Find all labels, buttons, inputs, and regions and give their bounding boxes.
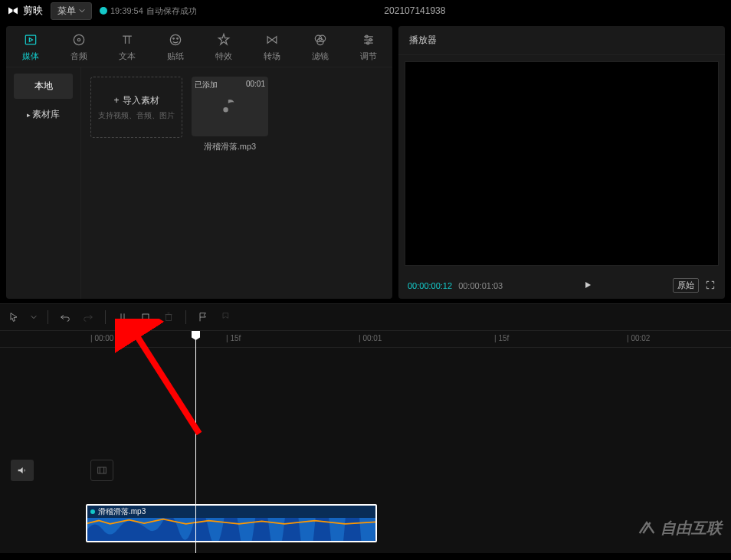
marker-button[interactable] bbox=[220, 311, 232, 323]
watermark-text: 自由互联 bbox=[661, 518, 722, 539]
svg-point-2 bbox=[77, 38, 80, 41]
media-tabs: 媒体 音频 文本 贴纸 特效 转场 bbox=[6, 26, 392, 67]
project-name[interactable]: 202107141938 bbox=[205, 5, 625, 16]
delete-button[interactable] bbox=[162, 311, 175, 323]
autosave-status: 19:39:54 自动保存成功 bbox=[100, 5, 197, 17]
tab-sticker[interactable]: 贴纸 bbox=[151, 26, 199, 67]
track-controls bbox=[11, 460, 34, 481]
status-dot-icon bbox=[100, 7, 107, 15]
ruler-tick: | 15f bbox=[494, 334, 509, 342]
svg-point-1 bbox=[74, 34, 84, 44]
media-area: +导入素材 支持视频、音频、图片 已添加 00:01 滑稽滑落.mp3 bbox=[81, 67, 392, 299]
ruler-tick: | 00:01 bbox=[359, 334, 382, 342]
mute-button[interactable] bbox=[11, 460, 34, 481]
tab-label: 滤镜 bbox=[312, 51, 329, 62]
menu-label: 菜单 bbox=[57, 5, 76, 18]
tab-filter[interactable]: 滤镜 bbox=[296, 26, 344, 67]
playhead[interactable] bbox=[195, 331, 196, 553]
tab-label: 转场 bbox=[264, 51, 280, 62]
import-hint: 支持视频、音频、图片 bbox=[98, 110, 175, 121]
clip-dot-icon bbox=[90, 509, 95, 514]
split-button[interactable] bbox=[116, 311, 129, 323]
added-badge: 已添加 bbox=[195, 80, 218, 90]
media-sidebar: 本地 ▸素材库 bbox=[6, 67, 81, 299]
fullscreen-icon bbox=[705, 280, 716, 290]
redo-button[interactable] bbox=[82, 311, 94, 323]
import-button[interactable]: +导入素材 支持视频、音频、图片 bbox=[90, 77, 182, 138]
top-bar: 剪映 菜单 19:39:54 自动保存成功 202107141938 bbox=[0, 0, 731, 21]
tab-label: 媒体 bbox=[22, 51, 39, 62]
tab-audio[interactable]: 音频 bbox=[54, 26, 103, 67]
import-label: +导入素材 bbox=[113, 94, 159, 107]
tab-adjust[interactable]: 调节 bbox=[344, 26, 392, 67]
main-panels: 媒体 音频 文本 贴纸 特效 转场 bbox=[0, 21, 731, 303]
clip-name: 滑稽滑落.mp3 bbox=[98, 506, 146, 517]
watermark-icon bbox=[636, 517, 657, 539]
ruler-tick: | 15f bbox=[226, 334, 241, 342]
music-note-icon bbox=[220, 97, 240, 116]
logo-icon bbox=[6, 4, 20, 18]
aspect-ratio-button[interactable]: 原始 bbox=[673, 278, 699, 293]
play-icon bbox=[582, 280, 593, 290]
media-duration: 00:01 bbox=[246, 80, 265, 88]
pointer-tool[interactable] bbox=[8, 311, 20, 323]
film-icon bbox=[96, 464, 108, 476]
menu-button[interactable]: 菜单 bbox=[51, 2, 92, 20]
svg-point-3 bbox=[170, 34, 180, 44]
sidebar-item-label: 素材库 bbox=[32, 109, 60, 120]
sidebar-item-library[interactable]: ▸素材库 bbox=[14, 102, 73, 127]
speaker-icon bbox=[16, 464, 28, 476]
media-thumbnail: 已添加 00:01 bbox=[192, 77, 268, 136]
waveform bbox=[87, 518, 375, 541]
clip-header: 滑稽滑落.mp3 bbox=[87, 506, 375, 518]
tab-transition[interactable]: 转场 bbox=[247, 26, 296, 67]
crop-button[interactable] bbox=[139, 311, 152, 323]
fullscreen-button[interactable] bbox=[705, 280, 716, 292]
time-current: 00:00:00:12 bbox=[408, 281, 452, 290]
sidebar-item-local[interactable]: 本地 bbox=[14, 74, 73, 99]
tab-label: 音频 bbox=[70, 51, 87, 62]
chevron-down-icon bbox=[79, 8, 85, 14]
chevron-down-icon[interactable] bbox=[31, 314, 37, 320]
media-panel: 媒体 音频 文本 贴纸 特效 转场 bbox=[6, 26, 392, 299]
player-title: 播放器 bbox=[398, 26, 725, 55]
video-track-placeholder bbox=[90, 460, 113, 481]
play-button[interactable] bbox=[582, 280, 593, 292]
timeline[interactable]: | 00:00| 15f| 00:01| 15f| 00:02 滑稽滑落.mp3 bbox=[0, 331, 731, 553]
svg-rect-13 bbox=[166, 315, 172, 321]
tab-label: 贴纸 bbox=[167, 51, 184, 62]
app-name: 剪映 bbox=[23, 4, 43, 18]
undo-button[interactable] bbox=[59, 311, 71, 323]
watermark: 自由互联 bbox=[636, 517, 722, 539]
time-total: 00:00:01:03 bbox=[458, 281, 503, 290]
svg-rect-0 bbox=[25, 35, 35, 44]
svg-point-4 bbox=[172, 38, 174, 40]
tab-label: 文本 bbox=[119, 51, 136, 62]
ruler-tick: | 00:02 bbox=[627, 334, 650, 342]
tab-effects[interactable]: 特效 bbox=[199, 26, 247, 67]
timeline-ruler[interactable]: | 00:00| 15f| 00:01| 15f| 00:02 bbox=[0, 331, 731, 348]
ruler-tick: | 00:00 bbox=[90, 334, 113, 342]
flag-button[interactable] bbox=[197, 311, 209, 323]
tab-media[interactable]: 媒体 bbox=[6, 26, 54, 67]
tab-label: 调节 bbox=[360, 51, 377, 62]
svg-rect-12 bbox=[143, 314, 149, 320]
player-panel: 播放器 00:00:00:12 00:00:01:03 原始 bbox=[398, 26, 725, 299]
player-footer: 00:00:00:12 00:00:01:03 原始 bbox=[398, 272, 725, 299]
autosave-time: 19:39:54 bbox=[110, 6, 143, 15]
media-item[interactable]: 已添加 00:01 滑稽滑落.mp3 bbox=[192, 77, 268, 152]
autosave-text: 自动保存成功 bbox=[146, 5, 197, 17]
tab-text[interactable]: 文本 bbox=[103, 26, 151, 67]
media-filename: 滑稽滑落.mp3 bbox=[192, 141, 268, 152]
svg-point-5 bbox=[176, 38, 178, 40]
media-body: 本地 ▸素材库 +导入素材 支持视频、音频、图片 已添加 00:01 滑稽滑落.… bbox=[6, 67, 392, 299]
audio-clip[interactable]: 滑稽滑落.mp3 bbox=[86, 504, 377, 542]
player-viewport[interactable] bbox=[405, 61, 719, 266]
svg-rect-14 bbox=[98, 467, 107, 473]
timeline-toolbar bbox=[0, 303, 731, 331]
app-logo: 剪映 bbox=[6, 4, 43, 18]
tab-label: 特效 bbox=[215, 51, 232, 62]
